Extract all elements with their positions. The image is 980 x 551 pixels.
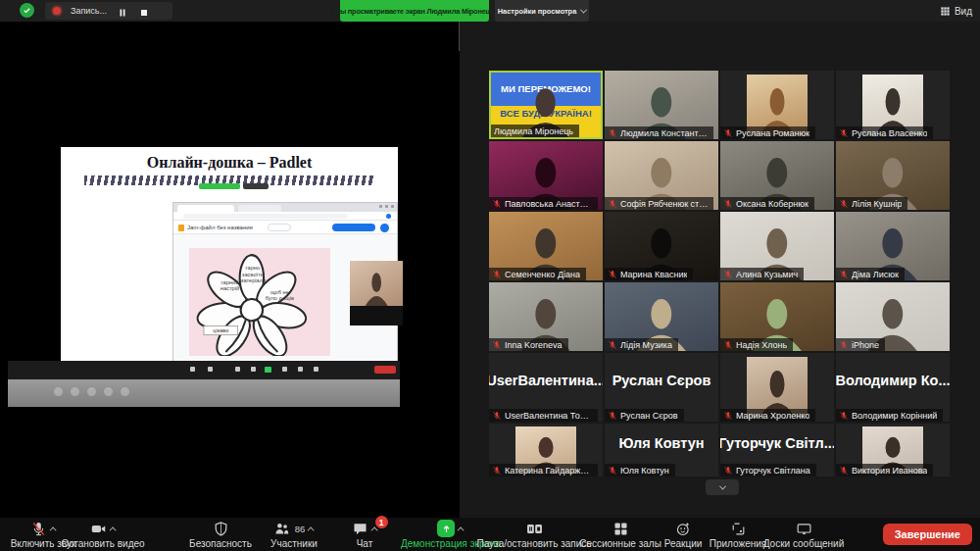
frame-navigator xyxy=(268,224,291,231)
scroll-down-button[interactable] xyxy=(706,479,739,495)
participant-name-label: Юля Ковтун xyxy=(605,464,675,476)
desktop-strip xyxy=(8,379,400,407)
participant-name-label: Надія Хлонь xyxy=(720,338,793,351)
nested-end-button xyxy=(374,366,396,374)
participant-grid: МИ ПЕРЕМОЖЕМО!ВСЕ БУДЕ УКРАЇНА!Людмила М… xyxy=(489,71,950,476)
mic-muted-icon xyxy=(839,466,849,476)
participant-big-name: UserВалентина... xyxy=(489,353,603,408)
flower-petal-text: гарно xyxy=(246,265,261,271)
doc-header: Jam-файл без названия xyxy=(173,221,397,234)
participant-tile[interactable]: Алина Кузьмич xyxy=(720,212,834,280)
participant-tile[interactable]: Людмила Константинен... xyxy=(605,71,718,139)
mic-muted-icon xyxy=(723,199,733,209)
participant-tile[interactable]: Павловська Анастасія xyxy=(489,141,603,210)
breakout-icon xyxy=(612,521,629,537)
participant-tile[interactable]: Руслана Власенко xyxy=(836,71,950,139)
participant-tile[interactable]: Надія Хлонь xyxy=(720,282,834,351)
mic-muted-icon xyxy=(723,411,733,421)
participant-big-name: Руслан Сєров xyxy=(605,353,718,408)
record-icon xyxy=(526,521,543,537)
share-screen-icon xyxy=(437,520,455,537)
mic-muted-icon xyxy=(723,340,733,350)
view-settings-button[interactable]: Настройки просмотра xyxy=(495,0,589,22)
participant-tile[interactable]: Катерина Гайдаржи ( 3 к... xyxy=(489,424,603,476)
participants-panel: МИ ПЕРЕМОЖЕМО!ВСЕ БУДЕ УКРАЇНА!Людмила М… xyxy=(460,22,980,518)
stop-recording-button[interactable] xyxy=(138,5,150,17)
participant-tile[interactable]: Руслан СєровРуслан Сєров xyxy=(605,353,718,422)
participant-name-label: Діма Лисюк xyxy=(836,268,905,280)
participant-name-label: Виктория Иванова xyxy=(836,464,933,476)
participant-tile[interactable]: Гуторчук Світл...Гуторчук Світлана xyxy=(720,424,834,476)
mic-muted-icon xyxy=(492,199,502,209)
participant-name-label: Оксана Кобернюк xyxy=(720,197,814,210)
participant-name-label: Софія Рябченюк студент... xyxy=(605,197,713,210)
participant-tile[interactable]: Виктория Иванова xyxy=(836,424,950,476)
viewing-screen-banner: Вы просматриваете экран Людмила Міронець xyxy=(340,0,489,22)
svg-text:цікаво: цікаво xyxy=(213,327,228,333)
mic-muted-icon xyxy=(492,466,502,476)
participant-name-label: Семенченко Діана xyxy=(489,268,586,280)
presenter-share-banner xyxy=(199,183,240,189)
person-silhouette xyxy=(361,267,392,306)
participant-tile[interactable]: Юля КовтунЮля Ковтун xyxy=(605,424,718,476)
participant-name-label: UserВалентина Торяник xyxy=(489,409,598,422)
participant-tile[interactable]: Семенченко Діана xyxy=(489,212,603,280)
jam-doc-icon xyxy=(178,225,184,231)
recording-label: Запись... xyxy=(71,6,107,16)
participant-name-label: Марина Квасник xyxy=(605,268,693,280)
toolbar-item-whiteboard[interactable]: Доски сообщений xyxy=(745,520,862,549)
presentation-slide: Онлайн-дошка – Padlet Jam-файл без назва… xyxy=(61,147,398,361)
participant-tile[interactable]: iPhone xyxy=(836,282,950,351)
presenter-share-settings xyxy=(243,183,269,189)
flower-drawing: гарний настрій гарно засвоїти матеріали … xyxy=(189,248,330,356)
nested-zoom-toolbar xyxy=(8,361,400,379)
annotation-toolbar xyxy=(53,386,130,397)
participant-tile[interactable]: Володимир Ко...Володимир Корінний xyxy=(836,353,950,422)
participant-name-label: Гуторчук Світлана xyxy=(720,464,816,476)
participant-name-label: Володимир Корінний xyxy=(836,409,943,422)
participant-tile[interactable]: Руслана Романюк xyxy=(720,71,834,139)
apps-icon xyxy=(730,521,747,537)
whiteboard-icon xyxy=(796,521,812,537)
record-dot-icon xyxy=(53,7,61,15)
grid-view-icon xyxy=(940,6,951,17)
participant-big-name: Юля Ковтун xyxy=(605,424,718,463)
pause-recording-button[interactable] xyxy=(117,5,128,17)
participant-tile[interactable]: МИ ПЕРЕМОЖЕМО!ВСЕ БУДЕ УКРАЇНА!Людмила М… xyxy=(489,71,603,139)
account-avatar xyxy=(380,224,389,232)
participant-tile[interactable]: Софія Рябченюк студент... xyxy=(605,141,718,210)
url-field xyxy=(183,214,348,219)
participant-tile[interactable]: Діма Лисюк xyxy=(836,212,950,280)
address-bar xyxy=(173,212,397,221)
jamboard-frame: гарний настрій гарно засвоїти матеріали … xyxy=(189,248,330,356)
participant-tile[interactable]: Лілія Кушнір xyxy=(836,141,950,210)
participant-tile[interactable]: Лідія Музика xyxy=(605,282,718,351)
toolbar-item-camera[interactable]: Остановить видео xyxy=(47,520,159,549)
participant-name-label: Катерина Гайдаржи ( 3 к... xyxy=(489,464,598,476)
participant-tile[interactable]: Марина Хроленко xyxy=(720,353,834,422)
mic-muted-icon xyxy=(608,340,617,350)
participant-tile[interactable]: Марина Квасник xyxy=(605,212,718,280)
participant-tile[interactable]: Оксана Кобернюк xyxy=(720,141,834,210)
slide-title: Онлайн-дошка – Padlet xyxy=(61,154,398,172)
participant-tile[interactable]: Inna Koreneva xyxy=(489,282,603,351)
toolbar-item-participants[interactable]: 86Участники xyxy=(253,520,335,549)
participant-big-name: Володимир Ко... xyxy=(836,353,950,408)
chevron-down-icon xyxy=(718,482,725,489)
mic-muted-icon xyxy=(608,270,617,279)
mic-muted-icon xyxy=(30,521,47,537)
participant-name-label: Людмила Міронець xyxy=(491,125,579,137)
chevron-up-icon[interactable] xyxy=(109,526,116,533)
participant-tile[interactable]: UserВалентина...UserВалентина Торяник xyxy=(489,353,603,422)
zoom-meeting-window: Запись... Вы просматриваете экран Людмил… xyxy=(0,0,980,551)
view-button[interactable]: Вид xyxy=(940,3,972,19)
participant-name-label: Руслана Власенко xyxy=(836,126,933,139)
chevron-up-icon[interactable] xyxy=(308,526,315,533)
end-meeting-button[interactable]: Завершение xyxy=(883,524,972,545)
mic-muted-icon xyxy=(608,199,617,209)
participant-name-label: Руслана Романюк xyxy=(720,126,815,139)
participants-icon xyxy=(273,521,290,537)
mic-muted-icon xyxy=(839,340,849,350)
shared-screen-panel: Онлайн-дошка – Padlet Jam-файл без назва… xyxy=(0,22,459,518)
toolbar-item-shield[interactable]: Безопасность xyxy=(176,520,265,549)
